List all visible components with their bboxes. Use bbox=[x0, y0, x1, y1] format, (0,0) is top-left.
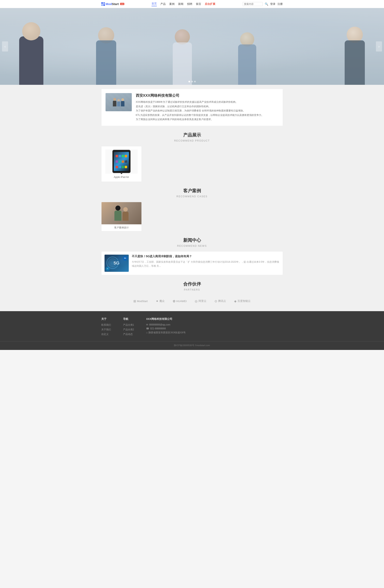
nav-news[interactable]: 新闻 bbox=[178, 2, 183, 6]
partner-mozh-name: 魔众 bbox=[160, 299, 165, 303]
app-icon-7 bbox=[122, 160, 124, 163]
register-button[interactable]: 注册 bbox=[278, 2, 283, 6]
app-icon-1 bbox=[116, 155, 118, 157]
partners-title: 合作伙伴 bbox=[101, 281, 283, 287]
footer-col-about: 关于 联系我们 关于我们 自定义 bbox=[101, 317, 111, 337]
footer-company-title: XXX网络科技有限公司 bbox=[146, 317, 186, 321]
footer-email: ✉ 88888888@qq.com bbox=[146, 323, 186, 326]
app-icon-10 bbox=[119, 166, 121, 168]
nav-jobs[interactable]: 招聘 bbox=[187, 2, 192, 6]
hero-arrows: ‹ › bbox=[0, 42, 384, 51]
app-icon-11 bbox=[122, 166, 124, 168]
header-right: 🔍 登录 注册 bbox=[243, 2, 283, 6]
nav-message[interactable]: 留言 bbox=[196, 2, 201, 6]
partners-section-header: 合作伙伴 PARTNERS bbox=[101, 281, 283, 291]
products-subtitle: RECOMMEND PRODUCT bbox=[101, 139, 283, 142]
cases-section-header: 客户案例 RECOMMEND CASES bbox=[101, 188, 283, 198]
app-icon-12 bbox=[125, 166, 127, 168]
case-name-1: 客户案例设计 bbox=[101, 224, 141, 231]
nav-home[interactable]: 首页 bbox=[152, 2, 157, 6]
partner-baidu-icon: ◈ bbox=[234, 299, 237, 303]
footer-address: ⌂ 陕西省西安市西安区XXX街道XX号 bbox=[146, 331, 186, 334]
partner-baidu-name: 百度智能云 bbox=[238, 299, 251, 303]
hero-dot-2[interactable] bbox=[191, 81, 193, 82]
news-title: 新闻中心 bbox=[101, 237, 283, 243]
product-image-ipad: 洪运源码 www.hycodes.cn bbox=[105, 149, 138, 174]
footer-link-cat1[interactable]: 产品分类1 bbox=[123, 323, 134, 327]
partner-huawei-icon: ✿ bbox=[173, 299, 175, 303]
case-img-overlay bbox=[101, 202, 141, 224]
partner-baidu: ◈ 百度智能云 bbox=[234, 299, 251, 303]
products-section-header: 产品展示 RECOMMEND PRODUCT bbox=[101, 132, 283, 142]
news-excerpt-1: 今年6月7日，工信部、国家实发和改革委员会下达「扩 大和升级信息消费三年行动计划… bbox=[132, 260, 280, 268]
hero-next-button[interactable]: › bbox=[376, 42, 382, 51]
logo[interactable]: ModStart new bbox=[101, 2, 124, 6]
app-icon-6 bbox=[119, 160, 121, 163]
hero-banner: ‹ › bbox=[0, 8, 384, 85]
news-content-1: 不只是快！5G进入商用冲刺阶段，该如何布局？ 今年6月7日，工信部、国家实发和改… bbox=[132, 255, 280, 272]
company-intro: 西安XXX网络科技有限公司 XXX网络科技是于1966年为了通过试验评价技术的支… bbox=[101, 89, 283, 126]
cases-grid: 客户案例设计 bbox=[101, 202, 283, 231]
footer-link-contact[interactable]: 联系我们 bbox=[101, 323, 111, 327]
product-card-ipad[interactable]: 洪运源码 www.hycodes.cn Apple iPad Air bbox=[101, 146, 142, 182]
partner-aliyun-icon: ◎ bbox=[195, 299, 198, 303]
news-subtitle: RECOMMEND NEWS bbox=[101, 245, 283, 247]
logo-text: ModStart bbox=[106, 2, 119, 6]
company-image bbox=[105, 93, 132, 111]
app-icon-4 bbox=[125, 155, 127, 157]
case-image-1 bbox=[101, 202, 141, 224]
logo-icon bbox=[101, 2, 105, 6]
footer-link-about[interactable]: 关于我们 bbox=[101, 328, 111, 331]
icp-text: 陕ICP备20000530号 ©modstart.com bbox=[174, 344, 210, 346]
search-input[interactable] bbox=[243, 2, 263, 6]
partner-txyun-name: 腾讯云 bbox=[218, 299, 226, 303]
partner-huawei: ✿ HUAWEI bbox=[173, 299, 187, 303]
main-content: 西安XXX网络科技有限公司 XXX网络科技是于1966年为了通过试验评价技术的支… bbox=[101, 85, 283, 311]
company-text: 西安XXX网络科技有限公司 XXX网络科技是于1966年为了通过试验评价技术的支… bbox=[136, 93, 264, 122]
phone-icon: ☎ bbox=[146, 327, 149, 330]
partner-aliyun: ◎ 阿里云 bbox=[195, 299, 206, 303]
app-icon-9 bbox=[116, 166, 118, 168]
footer-col-nav: 导航 产品分类1 产品分类2 产品动态 bbox=[123, 317, 134, 337]
footer-phone: ☎ 021-88888888 bbox=[146, 327, 186, 330]
footer-col-contact: XXX网络科技有限公司 ✉ 88888888@qq.com ☎ 021-8888… bbox=[146, 317, 186, 337]
header: ModStart new 首页 产品 案例 新闻 招聘 留言 后台扩展 🔍 登录… bbox=[0, 0, 384, 8]
news-image-1: 5G AI 5G bbox=[104, 255, 129, 272]
hero-dot-1[interactable] bbox=[188, 81, 190, 82]
case-card-1[interactable]: 客户案例设计 bbox=[101, 202, 142, 231]
login-button[interactable]: 登录 bbox=[270, 2, 275, 6]
nav-products[interactable]: 产品 bbox=[161, 2, 166, 6]
footer-about-title: 关于 bbox=[101, 317, 111, 321]
app-icon-5 bbox=[116, 160, 118, 163]
nav-extend[interactable]: 后台扩展 bbox=[205, 2, 215, 6]
footer-link-custom[interactable]: 自定义 bbox=[101, 333, 111, 336]
footer-link-cat2[interactable]: 产品分类2 bbox=[123, 328, 134, 331]
footer-link-news[interactable]: 产品动态 bbox=[123, 333, 134, 336]
hero-dot-3[interactable] bbox=[194, 81, 196, 82]
product-name-ipad: Apple iPad Air bbox=[104, 176, 139, 178]
hero-prev-button[interactable]: ‹ bbox=[2, 42, 8, 51]
nav-cases[interactable]: 案例 bbox=[169, 2, 175, 6]
search-icon[interactable]: 🔍 bbox=[265, 2, 268, 6]
news-section-header: 新闻中心 RECOMMEND NEWS bbox=[101, 237, 283, 247]
partners-subtitle: PARTNERS bbox=[101, 288, 283, 291]
partner-mozh-icon: ✦ bbox=[156, 299, 158, 303]
news-list: 5G AI 5G 不只是快！5G进入商用冲刺阶段，该如何布局？ 今年6月7日，工… bbox=[101, 252, 283, 275]
partners-logos: ⊞ ModStart ✦ 魔众 ✿ HUAWEI ◎ 阿里云 ⊙ 腾讯云 ◈ 百… bbox=[101, 295, 283, 307]
main-nav: 首页 产品 案例 新闻 招聘 留言 后台扩展 bbox=[152, 2, 215, 6]
app-icon-3 bbox=[122, 155, 124, 157]
hero-dots bbox=[188, 81, 196, 82]
partner-aliyun-name: 阿里云 bbox=[199, 299, 206, 303]
footer-bottom: 陕ICP备20000530号 ©modstart.com bbox=[0, 341, 384, 347]
partner-mozh: ✦ 魔众 bbox=[156, 299, 165, 303]
partner-modstart-name: ModStart bbox=[137, 300, 148, 303]
partner-modstart-icon: ⊞ bbox=[133, 299, 136, 303]
ipad-home-button bbox=[121, 172, 122, 174]
footer-inner: 关于 联系我们 关于我们 自定义 导航 产品分类1 产品分类2 产品动态 XXX… bbox=[101, 317, 283, 337]
email-icon: ✉ bbox=[146, 323, 148, 326]
cases-subtitle: RECOMMEND CASES bbox=[101, 195, 283, 198]
cases-title: 客户案例 bbox=[101, 188, 283, 194]
app-icon-2 bbox=[119, 155, 121, 157]
partner-modstart: ⊞ ModStart bbox=[133, 299, 148, 303]
news-headline-1[interactable]: 不只是快！5G进入商用冲刺阶段，该如何布局？ bbox=[132, 255, 280, 258]
